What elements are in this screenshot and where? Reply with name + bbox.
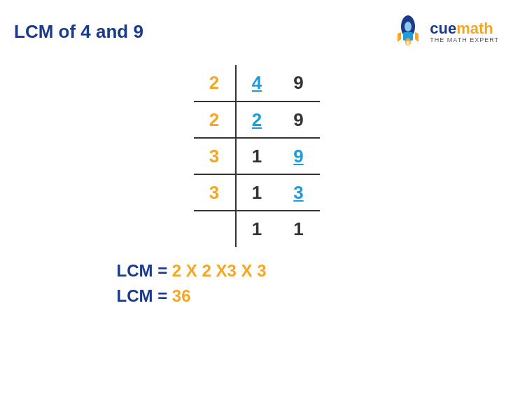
table-row: 3 1 9 bbox=[194, 138, 320, 174]
lcm-division-table: 2 4 9 2 2 9 3 1 9 3 1 3 bbox=[194, 65, 320, 247]
divisor-cell: 3 bbox=[194, 174, 236, 211]
value-b-cell: 9 bbox=[278, 65, 320, 102]
value-a-cell: 1 bbox=[236, 211, 278, 247]
table-row: 3 1 3 bbox=[194, 174, 320, 211]
page-title: LCM of 4 and 9 bbox=[14, 21, 143, 43]
table-row: 2 4 9 bbox=[194, 65, 320, 102]
formula-section: LCM = 2 X 2 X3 X 3 LCM = 36 bbox=[117, 261, 397, 312]
value-a-cell: 1 bbox=[236, 138, 278, 174]
formula-prefix-2: LCM = bbox=[117, 286, 172, 305]
divisor-cell: 2 bbox=[194, 65, 236, 102]
formula-line-1: LCM = 2 X 2 X3 X 3 bbox=[117, 261, 397, 281]
logo-area: cuemath THE MATH EXPERT bbox=[391, 13, 499, 51]
header: LCM of 4 and 9 cuemath THE MATH EXPERT bbox=[0, 0, 513, 58]
value-a-cell: 4 bbox=[236, 65, 278, 102]
table-row: 2 2 9 bbox=[194, 102, 320, 138]
formula-value-2: 36 bbox=[172, 286, 191, 305]
svg-point-5 bbox=[405, 22, 412, 31]
value-b-cell: 9 bbox=[278, 102, 320, 138]
logo-math: math bbox=[456, 20, 493, 37]
formula-line-2: LCM = 36 bbox=[117, 286, 397, 306]
main-content: 2 4 9 2 2 9 3 1 9 3 1 3 bbox=[0, 58, 513, 312]
value-b-cell: 9 bbox=[278, 138, 320, 174]
logo-brand: cuemath bbox=[430, 21, 493, 36]
logo-tagline: THE MATH EXPERT bbox=[430, 36, 499, 43]
formula-prefix-1: LCM = bbox=[117, 261, 172, 280]
logo-cue: cue bbox=[430, 20, 456, 37]
divisor-cell: 3 bbox=[194, 138, 236, 174]
divisor-cell: 2 bbox=[194, 102, 236, 138]
value-a-cell: 2 bbox=[236, 102, 278, 138]
value-b-cell: 1 bbox=[278, 211, 320, 247]
value-b-cell: 3 bbox=[278, 174, 320, 211]
formula-value-1: 2 X 2 X3 X 3 bbox=[172, 261, 267, 280]
logo-text: cuemath THE MATH EXPERT bbox=[430, 21, 499, 43]
svg-marker-4 bbox=[415, 32, 419, 42]
divisor-cell: - bbox=[194, 211, 236, 247]
svg-point-7 bbox=[407, 41, 410, 46]
value-a-cell: 1 bbox=[236, 174, 278, 211]
rocket-icon bbox=[391, 13, 426, 51]
svg-marker-3 bbox=[398, 32, 401, 42]
table-row: - 1 1 bbox=[194, 211, 320, 247]
